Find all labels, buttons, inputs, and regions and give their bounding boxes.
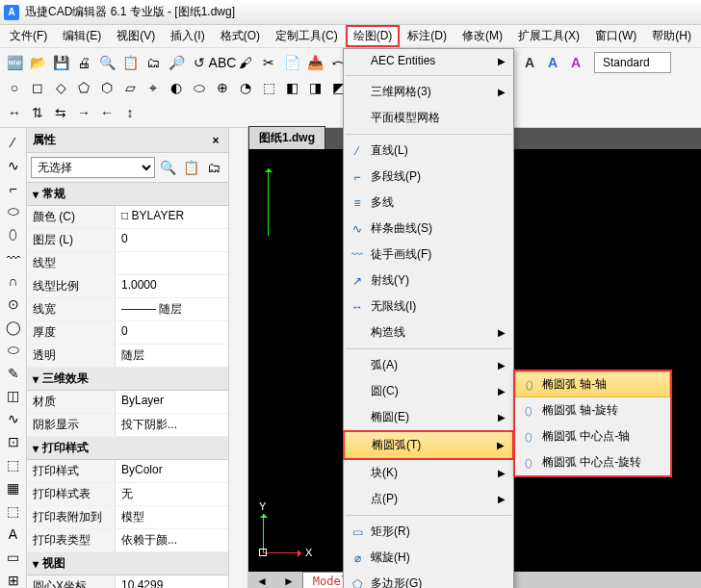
vt-btn-2[interactable]: ⌐ [3, 178, 24, 199]
tb2-btn-7[interactable]: ◐ [166, 77, 187, 98]
menu-0[interactable]: 文件(F) [2, 25, 55, 47]
draw-menu-item[interactable]: 块(K)▶ [344, 460, 513, 486]
tb1-btn-12[interactable]: 📄 [281, 52, 302, 73]
prop-row[interactable]: 阴影显示投下阴影... [27, 414, 228, 437]
vt-btn-13[interactable]: ⊡ [3, 431, 24, 452]
prop-group[interactable]: ▾打印样式 [27, 437, 228, 460]
menu-5[interactable]: 定制工具(C) [268, 25, 346, 47]
submenu-item[interactable]: ⬯椭圆弧 中心点-轴 [515, 423, 670, 449]
tb2-btn-3[interactable]: ⬠ [73, 77, 94, 98]
prop-group[interactable]: ▾三维效果 [27, 368, 228, 391]
draw-menu-item[interactable]: ⌐多段线(P) [344, 164, 513, 190]
menu-8[interactable]: 修改(M) [454, 25, 510, 47]
vt-btn-5[interactable]: 〰 [3, 247, 24, 268]
tb1-btn-2[interactable]: 💾 [50, 52, 71, 73]
draw-menu-item[interactable]: 椭圆弧(T)▶ [345, 432, 512, 458]
submenu-item[interactable]: ⬯椭圆弧 中心点-旋转 [515, 449, 670, 475]
prop-row[interactable]: 材质ByLayer [27, 391, 228, 414]
prop-row[interactable]: 圆心X坐标10.4299 [27, 575, 228, 588]
draw-menu-item[interactable]: 三维网格(3)▶ [344, 79, 513, 105]
tb3-btn-0[interactable]: ↔ [4, 102, 25, 123]
vt-btn-19[interactable]: ⊞ [3, 570, 24, 588]
tb2-btn-8[interactable]: ⬭ [189, 77, 210, 98]
prop-row[interactable]: 颜色 (C)□ BYLAYER [27, 206, 228, 229]
vt-btn-18[interactable]: ▭ [3, 547, 24, 568]
menu-2[interactable]: 视图(V) [109, 25, 163, 47]
tb1-btn-5[interactable]: 📋 [119, 52, 141, 73]
tb2-btn-2[interactable]: ◇ [50, 77, 71, 98]
tb2-btn-9[interactable]: ⊕ [212, 77, 233, 98]
menu-4[interactable]: 格式(O) [213, 25, 268, 47]
prop-tool-3[interactable]: 🗂 [203, 157, 224, 178]
tb1-btn-0[interactable]: 🆕 [4, 52, 25, 73]
draw-menu-item[interactable]: ▭矩形(R) [344, 519, 513, 545]
draw-menu-item[interactable]: ⌀螺旋(H) [344, 545, 513, 571]
tb1-btn-11[interactable]: ✂ [258, 52, 279, 73]
annot-btn-5[interactable]: A [542, 52, 563, 73]
prop-row[interactable]: 透明随层 [27, 345, 228, 368]
draw-menu-item[interactable]: ⬠多边形(G) [344, 571, 513, 588]
vt-btn-9[interactable]: ⬭ [3, 340, 24, 361]
prop-row[interactable]: 打印样式ByColor [27, 460, 228, 483]
prop-group[interactable]: ▾视图 [27, 552, 228, 575]
tb2-btn-11[interactable]: ⬚ [258, 77, 279, 98]
prop-row[interactable]: 线型比例1.0000 [27, 275, 228, 298]
vt-btn-3[interactable]: ⬭ [3, 201, 24, 222]
menu-10[interactable]: 窗口(W) [587, 25, 644, 47]
menu-6[interactable]: 绘图(D) [346, 25, 401, 47]
standard-combo[interactable]: Standard [594, 52, 671, 73]
tb1-btn-7[interactable]: 🔎 [166, 52, 187, 73]
tb1-btn-9[interactable]: ABC [212, 52, 233, 73]
tb1-btn-4[interactable]: 🔍 [96, 52, 117, 73]
tb2-btn-4[interactable]: ⬡ [96, 77, 117, 98]
tb2-btn-10[interactable]: ◔ [235, 77, 256, 98]
submenu-item[interactable]: ⬯椭圆弧 轴-旋转 [515, 397, 670, 423]
selection-dropdown[interactable]: 无选择 [31, 157, 155, 178]
menu-11[interactable]: 帮助(H) [644, 25, 699, 47]
vt-btn-11[interactable]: ◫ [3, 385, 24, 406]
prop-group[interactable]: ▾常规 [27, 183, 228, 206]
prop-row[interactable]: 打印表附加到模型 [27, 506, 228, 529]
tb2-btn-5[interactable]: ▱ [119, 77, 141, 98]
annot-btn-6[interactable]: A [565, 52, 586, 73]
prop-tool-2[interactable]: 📋 [180, 157, 201, 178]
tb3-btn-1[interactable]: ⇅ [27, 102, 48, 123]
document-tab[interactable]: 图纸1.dwg [248, 126, 325, 149]
tb1-btn-6[interactable]: 🗂 [143, 52, 164, 73]
annot-btn-4[interactable]: A [519, 52, 540, 73]
vt-btn-4[interactable]: ⬯ [3, 224, 24, 245]
tab-next-icon[interactable]: ► [275, 575, 302, 588]
tb3-btn-4[interactable]: ← [96, 102, 117, 123]
tb1-btn-13[interactable]: 📥 [304, 52, 325, 73]
tb1-btn-8[interactable]: ↺ [189, 52, 210, 73]
draw-menu-item[interactable]: 弧(A)▶ [344, 352, 513, 378]
vt-btn-0[interactable]: ∕ [3, 132, 24, 153]
menu-9[interactable]: 扩展工具(X) [510, 25, 587, 47]
vt-btn-17[interactable]: A [3, 524, 24, 545]
draw-menu-item[interactable]: ↔无限线(I) [344, 294, 513, 320]
vt-btn-14[interactable]: ⬚ [3, 454, 24, 475]
draw-menu-item[interactable]: 圆(C)▶ [344, 378, 513, 404]
prop-row[interactable]: 厚度0 [27, 321, 228, 345]
prop-row[interactable]: 线宽——— 随层 [27, 298, 228, 321]
draw-menu-item[interactable]: ∿样条曲线(S) [344, 216, 513, 242]
vt-btn-1[interactable]: ∿ [3, 155, 24, 176]
tb2-btn-12[interactable]: ◧ [281, 77, 302, 98]
vt-btn-7[interactable]: ⊙ [3, 294, 24, 315]
menu-3[interactable]: 插入(I) [163, 25, 212, 47]
tb1-btn-1[interactable]: 📂 [27, 52, 48, 73]
draw-menu-item[interactable]: ↗射线(Y) [344, 268, 513, 294]
tab-prev-icon[interactable]: ◄ [248, 575, 275, 588]
vt-btn-15[interactable]: ▦ [3, 477, 24, 499]
draw-menu-item[interactable]: ∕直线(L) [344, 138, 513, 164]
prop-row[interactable]: 打印样式表无 [27, 483, 228, 506]
tb2-btn-1[interactable]: ◻ [27, 77, 48, 98]
vt-btn-10[interactable]: ✎ [3, 363, 24, 384]
prop-tool-1[interactable]: 🔍 [157, 157, 178, 178]
draw-menu-item[interactable]: 点(P)▶ [344, 486, 513, 512]
draw-menu-item[interactable]: 椭圆(E)▶ [344, 404, 513, 430]
draw-menu-item[interactable]: 〰徒手画线(F) [344, 242, 513, 268]
vt-btn-12[interactable]: ∿ [3, 408, 24, 429]
menu-1[interactable]: 编辑(E) [55, 25, 109, 47]
tb3-btn-5[interactable]: ↕ [119, 102, 141, 123]
